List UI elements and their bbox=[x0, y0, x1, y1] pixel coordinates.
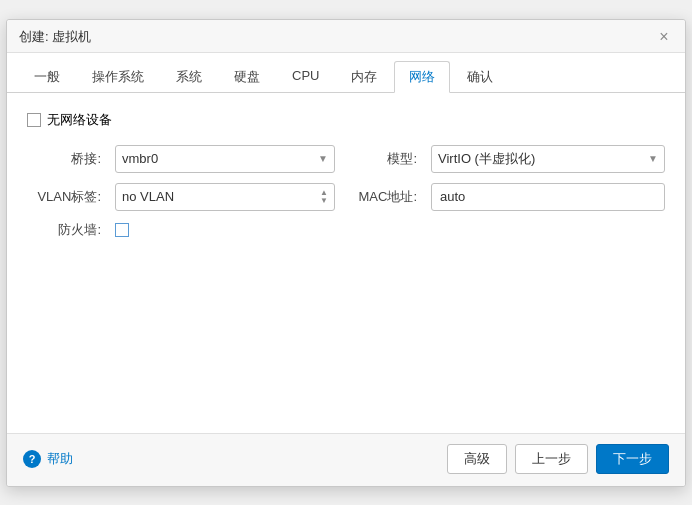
tab-system[interactable]: 系统 bbox=[161, 61, 217, 93]
help-label[interactable]: 帮助 bbox=[47, 450, 73, 468]
tab-confirm[interactable]: 确认 bbox=[452, 61, 508, 93]
model-select[interactable]: VirtIO (半虚拟化) ▼ bbox=[431, 145, 665, 173]
no-network-checkbox[interactable] bbox=[27, 113, 41, 127]
close-button[interactable]: × bbox=[655, 28, 673, 46]
main-content: 无网络设备 桥接: vmbr0 ▼ 模型: VirtIO (半虚拟化) ▼ VL… bbox=[7, 93, 685, 433]
vlan-value: no VLAN bbox=[122, 189, 174, 204]
tab-general[interactable]: 一般 bbox=[19, 61, 75, 93]
tab-memory[interactable]: 内存 bbox=[336, 61, 392, 93]
dialog-title: 创建: 虚拟机 bbox=[19, 28, 91, 46]
next-button[interactable]: 下一步 bbox=[596, 444, 669, 474]
back-button[interactable]: 上一步 bbox=[515, 444, 588, 474]
firewall-label: 防火墙: bbox=[27, 221, 107, 239]
tab-disk[interactable]: 硬盘 bbox=[219, 61, 275, 93]
model-dropdown-icon: ▼ bbox=[648, 153, 658, 164]
footer-left: ? 帮助 bbox=[23, 450, 73, 468]
footer: ? 帮助 高级 上一步 下一步 bbox=[7, 433, 685, 486]
tab-bar: 一般 操作系统 系统 硬盘 CPU 内存 网络 确认 bbox=[7, 53, 685, 93]
vlan-label: VLAN标签: bbox=[27, 188, 107, 206]
firewall-checkbox[interactable] bbox=[115, 223, 129, 237]
title-bar-left: 创建: 虚拟机 bbox=[19, 28, 91, 46]
footer-right: 高级 上一步 下一步 bbox=[447, 444, 669, 474]
dialog: 创建: 虚拟机 × 一般 操作系统 系统 硬盘 CPU 内存 网络 确认 无网络… bbox=[6, 19, 686, 487]
bridge-select[interactable]: vmbr0 ▼ bbox=[115, 145, 335, 173]
vlan-select[interactable]: no VLAN ▲ ▼ bbox=[115, 183, 335, 211]
mac-label: MAC地址: bbox=[343, 188, 423, 206]
no-network-label: 无网络设备 bbox=[47, 111, 112, 129]
tab-os[interactable]: 操作系统 bbox=[77, 61, 159, 93]
model-label: 模型: bbox=[343, 150, 423, 168]
network-form: 桥接: vmbr0 ▼ 模型: VirtIO (半虚拟化) ▼ VLAN标签: … bbox=[27, 145, 665, 239]
bridge-value: vmbr0 bbox=[122, 151, 158, 166]
no-network-row: 无网络设备 bbox=[27, 111, 665, 129]
help-icon[interactable]: ? bbox=[23, 450, 41, 468]
bridge-dropdown-icon: ▼ bbox=[318, 153, 328, 164]
mac-input[interactable] bbox=[431, 183, 665, 211]
tab-network[interactable]: 网络 bbox=[394, 61, 450, 93]
advanced-button[interactable]: 高级 bbox=[447, 444, 507, 474]
tab-cpu[interactable]: CPU bbox=[277, 61, 334, 93]
title-bar: 创建: 虚拟机 × bbox=[7, 20, 685, 53]
vlan-spinner-icon: ▲ ▼ bbox=[320, 189, 328, 205]
bridge-label: 桥接: bbox=[27, 150, 107, 168]
model-value: VirtIO (半虚拟化) bbox=[438, 150, 535, 168]
